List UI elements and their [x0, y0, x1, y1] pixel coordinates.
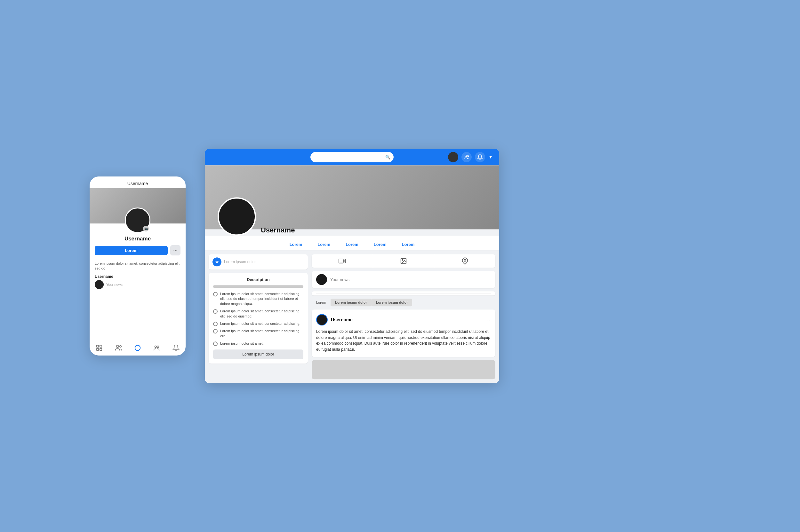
desc-bullet-3: [213, 329, 218, 334]
desktop-news-avatar: [316, 274, 327, 285]
profile-tab-3[interactable]: Lorem: [366, 239, 394, 250]
post-card: Username ··· Lorem ipsum dolor sit amet,…: [312, 309, 495, 357]
profile-tab-0[interactable]: Lorem: [282, 239, 310, 250]
svg-point-9: [465, 155, 467, 157]
filter-tab-default[interactable]: Lorem: [312, 299, 330, 306]
svg-rect-12: [339, 259, 343, 263]
svg-rect-3: [100, 348, 102, 350]
mobile-cover-photo: 📷: [90, 188, 186, 224]
desktop-cover-photo: Username: [205, 165, 499, 229]
mobile-avatar: 📷: [125, 208, 150, 233]
nav-groups[interactable]: [151, 343, 163, 352]
svg-point-14: [402, 260, 403, 261]
mobile-primary-button[interactable]: Lorem: [95, 246, 168, 255]
post-input-placeholder: Lorem ipsum dolor: [224, 260, 256, 264]
description-box: Description Lorem ipsum dolor sit amet, …: [208, 273, 308, 363]
desc-item-4: Lorem ipsum dolor sit amet.: [213, 341, 303, 346]
profile-tab-4[interactable]: Lorem: [394, 239, 422, 250]
media-tabs: [312, 254, 495, 268]
desktop-main-content: ★ Lorem ipsum dolor Description Lorem ip…: [205, 250, 499, 383]
post-card-header: Username ···: [316, 314, 491, 325]
desc-item-3: Lorem ipsum dolor sit amet, consectetur …: [213, 329, 303, 339]
desc-bullet-2: [213, 322, 218, 326]
svg-point-8: [157, 346, 159, 348]
mobile-bottom-nav: [90, 340, 186, 356]
news-divider: [316, 293, 491, 293]
desktop-news-input[interactable]: Your news: [312, 271, 495, 288]
description-bar: [213, 285, 303, 288]
desc-item-0: Lorem ipsum dolor sit amet, consectetur …: [213, 291, 303, 306]
mobile-actions: Lorem ···: [95, 245, 181, 255]
svg-rect-0: [97, 345, 98, 347]
search-input[interactable]: [314, 155, 383, 159]
svg-point-4: [116, 345, 119, 347]
media-tab-video[interactable]: [312, 254, 373, 268]
filter-tab-2[interactable]: Lorem ipsum dolor: [371, 299, 413, 306]
svg-marker-11: [343, 260, 345, 263]
camera-icon[interactable]: 📷: [143, 226, 149, 231]
desc-item-2: Lorem ipsum dolor sit amet, consectetur …: [213, 321, 303, 326]
topbar-people-icon[interactable]: [461, 152, 472, 162]
profile-tab-1[interactable]: Lorem: [310, 239, 338, 250]
desc-bullet-1: [213, 309, 218, 314]
post-star-icon: ★: [213, 258, 221, 266]
mobile-news-section: Username Your news: [90, 272, 186, 291]
media-tab-location[interactable]: [434, 254, 495, 268]
mobile-bio: Lorem ipsum dolor sit amet, consectetur …: [90, 259, 186, 272]
nav-notifications[interactable]: [170, 343, 182, 352]
description-title: Description: [213, 277, 303, 282]
desktop-news-placeholder: Your news: [330, 277, 349, 282]
post-input-box[interactable]: ★ Lorem ipsum dolor: [208, 254, 308, 269]
desktop-topbar: 🔍 ▼: [205, 149, 499, 165]
svg-rect-1: [100, 345, 102, 347]
nav-people[interactable]: [113, 343, 124, 352]
topbar-icons: ▼: [448, 152, 493, 162]
desktop-profile-nav: Lorem Lorem Lorem Lorem Lorem: [205, 235, 499, 250]
right-bottom-placeholder: [312, 360, 495, 380]
mobile-mockup: Username 📷 Username Lorem ··· Lorem ipsu…: [90, 176, 186, 356]
svg-point-5: [120, 346, 122, 347]
description-more-button[interactable]: Lorem ipsum dolor: [213, 349, 303, 359]
desc-bullet-0: [213, 292, 218, 297]
filter-tabs: Lorem Lorem ipsum dolor Lorem ipsum dolo…: [312, 299, 495, 306]
desktop-left-column: ★ Lorem ipsum dolor Description Lorem ip…: [208, 254, 308, 379]
svg-point-6: [135, 345, 141, 351]
search-icon: 🔍: [385, 155, 390, 159]
desktop-profile-name: Username: [261, 226, 295, 234]
post-card-user: Username: [316, 314, 353, 325]
mobile-news-placeholder: Your news: [106, 283, 123, 286]
topbar-chevron-icon[interactable]: ▼: [488, 154, 493, 159]
profile-tab-2[interactable]: Lorem: [338, 239, 366, 250]
topbar-notifications-icon[interactable]: [475, 152, 485, 162]
mobile-more-button[interactable]: ···: [170, 245, 181, 255]
svg-point-15: [464, 260, 466, 262]
mobile-username: Username: [125, 235, 151, 242]
desktop-mockup: 🔍 ▼ Username: [205, 149, 499, 383]
post-more-button[interactable]: ···: [484, 317, 491, 323]
desc-item-1: Lorem ipsum dolor sit amet, consectetur …: [213, 309, 303, 319]
mobile-header-title: Username: [90, 176, 186, 188]
post-card-text: Lorem ipsum dolor sit amet, consectetur …: [316, 329, 491, 352]
desktop-profile-avatar: [218, 197, 256, 235]
svg-point-7: [155, 346, 157, 348]
mobile-news-input[interactable]: Your news: [95, 280, 181, 289]
nav-home-active[interactable]: [132, 343, 143, 352]
filter-tab-1[interactable]: Lorem ipsum dolor: [330, 299, 371, 306]
mobile-news-username-label: Username: [95, 274, 181, 279]
svg-point-10: [468, 155, 469, 157]
desc-bullet-4: [213, 341, 218, 346]
desktop-right-column: Your news Lorem Lorem ipsum dolor Lorem …: [312, 254, 495, 379]
media-tab-photo[interactable]: [373, 254, 435, 268]
svg-rect-2: [97, 348, 98, 350]
post-card-username: Username: [331, 317, 353, 322]
mobile-news-avatar: [95, 280, 104, 289]
post-card-avatar: [316, 314, 328, 325]
nav-home[interactable]: [93, 343, 105, 352]
topbar-avatar[interactable]: [448, 152, 458, 162]
desktop-search-bar[interactable]: 🔍: [310, 152, 394, 162]
